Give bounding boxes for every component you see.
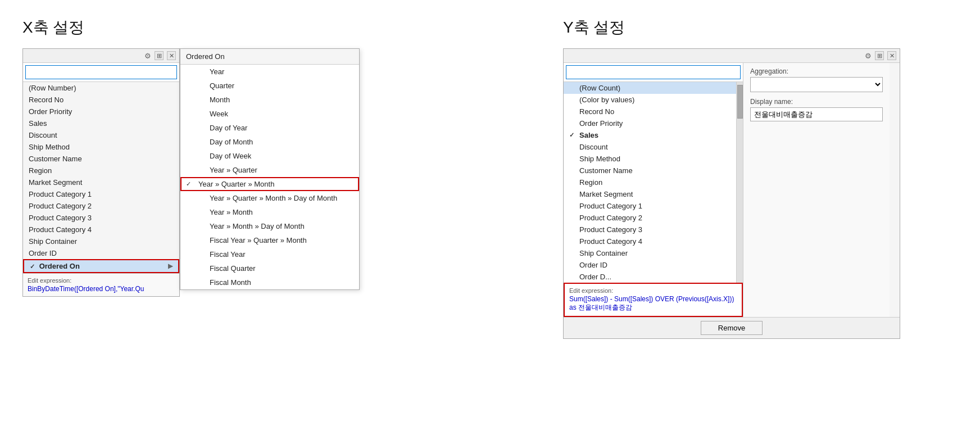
y-scrollbar[interactable] [736,82,743,283]
list-item[interactable]: Product Category 3 [564,224,736,235]
y-expand-btn[interactable]: ⊞ [875,51,884,60]
list-item[interactable]: Product Category 1 [564,200,736,212]
list-item[interactable]: Ship Container [564,247,736,259]
y-items-list: (Row Count) (Color by values) Record No … [564,82,736,283]
submenu-item[interactable]: Month [180,93,359,107]
y-close-btn[interactable]: ✕ [887,51,896,60]
submenu-item[interactable]: Day of Year [180,121,359,135]
list-item[interactable]: Region [564,176,736,188]
remove-button[interactable]: Remove [701,321,763,335]
list-item[interactable]: Region [23,165,179,176]
x-expression-area: Edit expression: BinByDateTime([Ordered … [23,273,179,296]
list-item[interactable]: Order Priority [564,117,736,129]
submenu-item[interactable]: Fiscal Month [180,275,359,289]
list-item[interactable]: Product Category 2 [564,212,736,224]
list-item[interactable]: Market Segment [23,176,179,188]
sales-item[interactable]: ✓Sales [564,129,736,141]
list-item[interactable]: Customer Name [564,165,736,176]
submenu-item[interactable]: Quarter [180,79,359,93]
list-item[interactable]: Sales [23,117,179,129]
x-field-list: (Row Number) Record No Order Priority Sa… [23,82,179,273]
aggregation-group: Aggregation: Sum Count Avg Min Max [750,67,883,92]
row-count-item[interactable]: (Row Count) [564,82,736,94]
list-item[interactable]: Discount [564,141,736,153]
display-name-label: Display name: [750,98,883,106]
list-item[interactable]: Product Category 4 [564,235,736,247]
x-expression-text: BinByDateTime([Ordered On],"Year.Qu [28,285,175,293]
list-item[interactable]: Ship Method [564,153,736,165]
x-dialog-titlebar: ⚙ ⊞ ✕ [23,49,179,63]
list-item[interactable]: Record No [23,94,179,106]
y-search-input[interactable] [566,65,741,79]
x-axis-title: X축 설정 [22,17,417,38]
x-list-container: (Row Number) Record No Order Priority Sa… [23,82,179,273]
x-search-input[interactable] [25,65,177,79]
list-item[interactable]: (Row Number) [23,82,179,94]
submenu-item[interactable]: Day of Week [180,149,359,163]
ordered-on-item[interactable]: ✓ Ordered On ▶ [23,259,179,273]
y-dialog-titlebar: ⚙ ⊞ ✕ [564,49,900,63]
list-item[interactable]: Record No [564,106,736,117]
list-item[interactable]: Order ID [564,259,736,271]
list-item[interactable]: Order Priority [23,106,179,117]
y-dialog-body: (Row Count) (Color by values) Record No … [564,63,900,317]
list-item[interactable]: Market Segment [564,188,736,200]
list-item[interactable]: Product Category 1 [23,188,179,200]
settings-icon[interactable]: ⚙ [144,52,151,60]
submenu-item[interactable]: Fiscal Year [180,247,359,261]
submenu-item[interactable]: Fiscal Quarter [180,261,359,275]
list-item[interactable]: Product Category 2 [23,200,179,212]
x-axis-dialog: ⚙ ⊞ ✕ (Row Number) Record No Order Prior… [22,48,180,297]
list-item[interactable]: Order ID [23,247,179,259]
y-settings-icon[interactable]: ⚙ [865,52,872,60]
expand-btn[interactable]: ⊞ [155,51,164,60]
x-expression-label: Edit expression: [28,277,175,284]
submenu-item[interactable]: Year » Quarter [180,163,359,177]
display-name-input[interactable] [750,107,883,121]
year-quarter-month-item[interactable]: ✓Year » Quarter » Month [180,177,359,191]
y-settings-panel: Aggregation: Sum Count Avg Min Max Displ… [743,63,890,317]
close-btn[interactable]: ✕ [167,51,176,60]
list-item[interactable]: Product Category 4 [23,224,179,235]
x-submenu-panel: Ordered On Year Quarter Month Week Day o… [180,48,360,290]
submenu-item[interactable]: Year » Month » Day of Month [180,219,359,233]
aggregation-select[interactable]: Sum Count Avg Min Max [750,77,883,92]
y-field-list-panel: (Row Count) (Color by values) Record No … [564,63,743,317]
submenu-item[interactable]: Year » Month [180,205,359,219]
list-item[interactable]: Ship Container [23,235,179,247]
submenu-item[interactable]: Day of Month [180,135,359,149]
submenu-item[interactable]: Year [180,65,359,79]
list-item[interactable]: Customer Name [23,153,179,165]
y-expression-label: Edit expression: [569,287,737,294]
list-item[interactable]: Product Category 3 [23,212,179,224]
y-expression-text: Sum([Sales]) - Sum([Sales]) OVER (Previo… [569,295,737,312]
y-axis-dialog: ⚙ ⊞ ✕ (Row Count) (Color by values) Reco… [563,48,900,339]
list-item[interactable]: Discount [23,129,179,141]
submenu-header: Ordered On [180,49,359,65]
list-item[interactable]: Order D... [564,271,736,283]
list-item[interactable]: Ship Method [23,141,179,153]
y-axis-title: Y축 설정 [563,17,958,38]
y-scrollbar-thumb [737,85,743,119]
y-expression-area: Edit expression: Sum([Sales]) - Sum([Sal… [564,283,743,317]
submenu-item[interactable]: Fiscal Year » Quarter » Month [180,233,359,247]
display-name-group: Display name: [750,98,883,121]
x-axis-section: X축 설정 ⚙ ⊞ ✕ (Row Number) Recor [22,17,417,297]
aggregation-label: Aggregation: [750,67,883,75]
submenu-item[interactable]: Week [180,107,359,121]
color-by-values-item[interactable]: (Color by values) [564,94,736,106]
submenu-list: Year Quarter Month Week Day of Year Day … [180,65,359,289]
remove-btn-bar: Remove [564,317,900,338]
submenu-item[interactable]: Year » Quarter » Month » Day of Month [180,191,359,205]
y-list-container: (Row Count) (Color by values) Record No … [564,82,743,283]
y-axis-section: Y축 설정 ⚙ ⊞ ✕ (Row Count) (Col [563,17,958,339]
